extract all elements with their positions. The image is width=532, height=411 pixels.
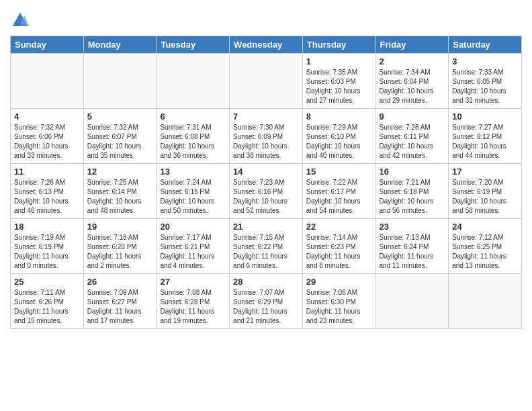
calendar-cell: 20Sunrise: 7:17 AM Sunset: 6:21 PM Dayli… — [157, 219, 230, 274]
calendar-cell: 22Sunrise: 7:14 AM Sunset: 6:23 PM Dayli… — [302, 219, 375, 274]
calendar-cell: 17Sunrise: 7:20 AM Sunset: 6:19 PM Dayli… — [449, 164, 522, 219]
calendar-cell: 10Sunrise: 7:27 AM Sunset: 6:12 PM Dayli… — [449, 109, 522, 164]
day-number: 12 — [87, 167, 153, 177]
day-info: Sunrise: 7:22 AM Sunset: 6:17 PM Dayligh… — [306, 178, 372, 216]
calendar-week-3: 18Sunrise: 7:19 AM Sunset: 6:19 PM Dayli… — [11, 219, 522, 274]
day-number: 25 — [14, 277, 80, 287]
calendar-week-0: 1Sunrise: 7:35 AM Sunset: 6:03 PM Daylig… — [11, 54, 522, 109]
day-number: 20 — [160, 222, 226, 232]
day-number: 4 — [14, 111, 80, 122]
calendar-cell: 24Sunrise: 7:12 AM Sunset: 6:25 PM Dayli… — [449, 219, 522, 274]
calendar-cell: 25Sunrise: 7:11 AM Sunset: 6:26 PM Dayli… — [11, 274, 84, 329]
day-number: 6 — [160, 111, 226, 122]
day-number: 24 — [452, 222, 518, 232]
calendar-header-tuesday: Tuesday — [157, 36, 230, 54]
logo — [10, 10, 32, 30]
day-info: Sunrise: 7:25 AM Sunset: 6:14 PM Dayligh… — [87, 178, 153, 216]
calendar-table: SundayMondayTuesdayWednesdayThursdayFrid… — [10, 36, 522, 329]
calendar-cell: 29Sunrise: 7:06 AM Sunset: 6:30 PM Dayli… — [302, 274, 375, 329]
logo-icon — [10, 10, 30, 30]
calendar-cell — [230, 54, 303, 109]
day-number: 8 — [306, 111, 372, 122]
calendar-cell: 9Sunrise: 7:28 AM Sunset: 6:11 PM Daylig… — [375, 109, 449, 164]
day-info: Sunrise: 7:12 AM Sunset: 6:25 PM Dayligh… — [452, 233, 518, 271]
calendar-week-4: 25Sunrise: 7:11 AM Sunset: 6:26 PM Dayli… — [11, 274, 522, 329]
calendar-cell — [449, 274, 522, 329]
header-area — [10, 7, 522, 30]
day-info: Sunrise: 7:30 AM Sunset: 6:09 PM Dayligh… — [233, 123, 299, 161]
day-number: 2 — [380, 56, 445, 66]
day-info: Sunrise: 7:26 AM Sunset: 6:13 PM Dayligh… — [14, 178, 80, 216]
day-number: 29 — [306, 277, 372, 287]
calendar-cell: 26Sunrise: 7:09 AM Sunset: 6:27 PM Dayli… — [83, 274, 157, 329]
day-info: Sunrise: 7:07 AM Sunset: 6:29 PM Dayligh… — [233, 288, 299, 326]
day-number: 5 — [87, 111, 153, 122]
day-info: Sunrise: 7:17 AM Sunset: 6:21 PM Dayligh… — [160, 233, 226, 271]
day-info: Sunrise: 7:29 AM Sunset: 6:10 PM Dayligh… — [306, 123, 372, 161]
calendar-cell: 1Sunrise: 7:35 AM Sunset: 6:03 PM Daylig… — [302, 54, 375, 109]
day-number: 21 — [233, 222, 299, 232]
day-info: Sunrise: 7:28 AM Sunset: 6:11 PM Dayligh… — [380, 123, 445, 161]
day-info: Sunrise: 7:18 AM Sunset: 6:20 PM Dayligh… — [87, 233, 153, 271]
day-info: Sunrise: 7:13 AM Sunset: 6:24 PM Dayligh… — [380, 233, 445, 271]
day-number: 27 — [160, 277, 226, 287]
calendar-cell — [375, 274, 449, 329]
day-info: Sunrise: 7:23 AM Sunset: 6:16 PM Dayligh… — [233, 178, 299, 216]
day-info: Sunrise: 7:21 AM Sunset: 6:18 PM Dayligh… — [380, 178, 445, 216]
day-number: 9 — [380, 111, 445, 122]
calendar-cell: 27Sunrise: 7:08 AM Sunset: 6:28 PM Dayli… — [157, 274, 230, 329]
calendar-cell: 13Sunrise: 7:24 AM Sunset: 6:15 PM Dayli… — [157, 164, 230, 219]
day-info: Sunrise: 7:15 AM Sunset: 6:22 PM Dayligh… — [233, 233, 299, 271]
day-info: Sunrise: 7:11 AM Sunset: 6:26 PM Dayligh… — [14, 288, 80, 326]
day-info: Sunrise: 7:27 AM Sunset: 6:12 PM Dayligh… — [452, 123, 518, 161]
calendar-cell: 14Sunrise: 7:23 AM Sunset: 6:16 PM Dayli… — [230, 164, 303, 219]
calendar-cell: 4Sunrise: 7:32 AM Sunset: 6:06 PM Daylig… — [11, 109, 84, 164]
calendar-cell: 12Sunrise: 7:25 AM Sunset: 6:14 PM Dayli… — [83, 164, 157, 219]
calendar-cell: 11Sunrise: 7:26 AM Sunset: 6:13 PM Dayli… — [11, 164, 84, 219]
calendar-cell: 5Sunrise: 7:32 AM Sunset: 6:07 PM Daylig… — [83, 109, 157, 164]
day-info: Sunrise: 7:14 AM Sunset: 6:23 PM Dayligh… — [306, 233, 372, 271]
calendar-cell — [83, 54, 157, 109]
day-number: 28 — [233, 277, 299, 287]
day-number: 17 — [452, 167, 518, 177]
calendar-cell: 15Sunrise: 7:22 AM Sunset: 6:17 PM Dayli… — [302, 164, 375, 219]
calendar-week-1: 4Sunrise: 7:32 AM Sunset: 6:06 PM Daylig… — [11, 109, 522, 164]
day-info: Sunrise: 7:19 AM Sunset: 6:19 PM Dayligh… — [14, 233, 80, 271]
calendar-cell: 28Sunrise: 7:07 AM Sunset: 6:29 PM Dayli… — [230, 274, 303, 329]
calendar-header-wednesday: Wednesday — [230, 36, 303, 54]
day-number: 26 — [87, 277, 153, 287]
calendar-week-2: 11Sunrise: 7:26 AM Sunset: 6:13 PM Dayli… — [11, 164, 522, 219]
day-number: 16 — [380, 167, 445, 177]
calendar-header-sunday: Sunday — [11, 36, 84, 54]
day-number: 15 — [306, 167, 372, 177]
day-info: Sunrise: 7:08 AM Sunset: 6:28 PM Dayligh… — [160, 288, 226, 326]
day-info: Sunrise: 7:09 AM Sunset: 6:27 PM Dayligh… — [87, 288, 153, 326]
day-number: 22 — [306, 222, 372, 232]
day-info: Sunrise: 7:35 AM Sunset: 6:03 PM Dayligh… — [306, 68, 372, 105]
calendar-cell — [157, 54, 230, 109]
day-info: Sunrise: 7:06 AM Sunset: 6:30 PM Dayligh… — [306, 288, 372, 326]
calendar-cell: 7Sunrise: 7:30 AM Sunset: 6:09 PM Daylig… — [230, 109, 303, 164]
calendar-cell: 2Sunrise: 7:34 AM Sunset: 6:04 PM Daylig… — [375, 54, 449, 109]
day-number: 19 — [87, 222, 153, 232]
day-info: Sunrise: 7:20 AM Sunset: 6:19 PM Dayligh… — [452, 178, 518, 216]
day-info: Sunrise: 7:32 AM Sunset: 6:06 PM Dayligh… — [14, 123, 80, 161]
day-number: 3 — [452, 56, 518, 66]
calendar-header-thursday: Thursday — [302, 36, 375, 54]
calendar-cell: 8Sunrise: 7:29 AM Sunset: 6:10 PM Daylig… — [302, 109, 375, 164]
day-number: 14 — [233, 167, 299, 177]
day-number: 23 — [380, 222, 445, 232]
calendar-cell: 16Sunrise: 7:21 AM Sunset: 6:18 PM Dayli… — [375, 164, 449, 219]
calendar-cell — [11, 54, 84, 109]
day-number: 7 — [233, 111, 299, 122]
main-container: SundayMondayTuesdayWednesdayThursdayFrid… — [0, 0, 532, 336]
calendar-cell: 21Sunrise: 7:15 AM Sunset: 6:22 PM Dayli… — [230, 219, 303, 274]
day-number: 1 — [306, 56, 372, 66]
calendar-cell: 23Sunrise: 7:13 AM Sunset: 6:24 PM Dayli… — [375, 219, 449, 274]
calendar-cell: 6Sunrise: 7:31 AM Sunset: 6:08 PM Daylig… — [157, 109, 230, 164]
calendar-header-row: SundayMondayTuesdayWednesdayThursdayFrid… — [11, 36, 522, 54]
calendar-header-friday: Friday — [375, 36, 449, 54]
day-info: Sunrise: 7:24 AM Sunset: 6:15 PM Dayligh… — [160, 178, 226, 216]
calendar-cell: 3Sunrise: 7:33 AM Sunset: 6:05 PM Daylig… — [449, 54, 522, 109]
day-number: 13 — [160, 167, 226, 177]
